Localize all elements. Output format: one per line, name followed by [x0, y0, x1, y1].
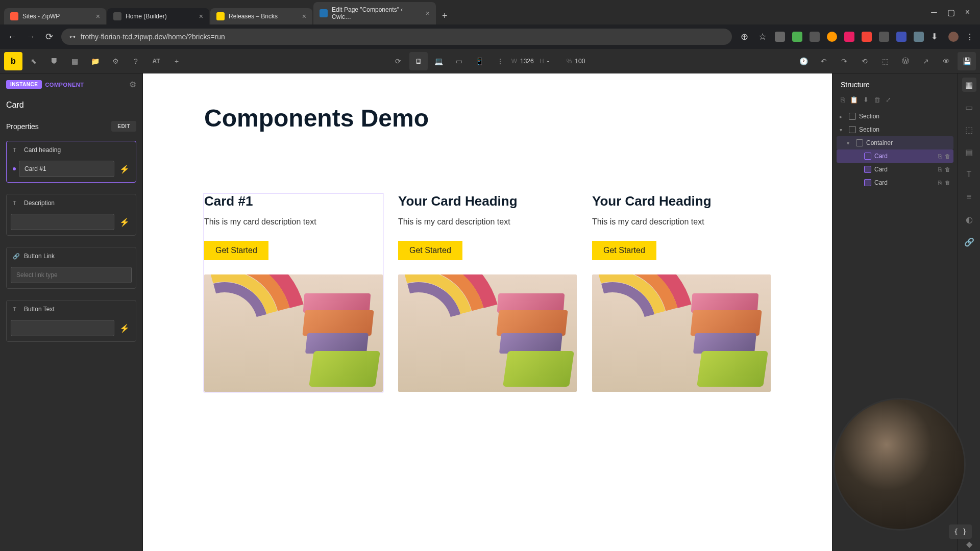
button-text-input[interactable] — [11, 320, 114, 336]
tree-item-section[interactable]: ▾Section — [837, 123, 953, 136]
minimize-icon[interactable]: ─ — [931, 8, 937, 17]
add-icon[interactable]: + — [167, 52, 186, 70]
page-title[interactable]: Components Demo — [204, 104, 771, 132]
duplicate-icon[interactable]: ⎘ — [938, 180, 942, 186]
type-icon[interactable]: T — [962, 167, 976, 182]
card-description[interactable]: This is my card description text — [398, 217, 577, 227]
bookmark-icon[interactable]: ☆ — [756, 31, 769, 42]
tree-item-card[interactable]: Card⎘🗑 — [837, 176, 953, 189]
card-description[interactable]: This is my card description text — [592, 217, 771, 227]
maximize-icon[interactable]: ▢ — [947, 8, 955, 17]
folder-icon[interactable]: 📁 — [86, 52, 104, 70]
download-icon[interactable]: ⬇ — [931, 32, 941, 42]
percent-value[interactable]: 100 — [575, 58, 591, 65]
tablet-landscape-icon[interactable]: ▭ — [450, 52, 469, 70]
wordpress-icon[interactable]: Ⓦ — [896, 52, 915, 70]
more-breakpoints-icon[interactable]: ⋮ — [491, 52, 509, 70]
preview-icon[interactable]: 👁 — [937, 52, 955, 70]
layers-icon[interactable]: ⬚ — [876, 52, 894, 70]
desktop-icon[interactable]: 🖥 — [409, 52, 428, 70]
gear-icon[interactable]: ⚙ — [129, 80, 136, 89]
rail-icon[interactable]: ◐ — [962, 212, 976, 227]
back-icon[interactable]: ← — [6, 32, 18, 42]
revisions-icon[interactable]: 🕐 — [794, 52, 813, 70]
redo-icon[interactable]: ↷ — [835, 52, 853, 70]
browser-tab[interactable]: Sites - ZipWP × — [4, 8, 106, 24]
chevron-right-icon[interactable]: ▸ — [840, 114, 846, 119]
edit-button[interactable]: EDIT — [111, 121, 136, 132]
rail-icon[interactable]: ◆ — [962, 537, 976, 551]
dynamic-data-icon[interactable]: ⚡ — [117, 323, 132, 333]
rail-icon[interactable]: 🔗 — [962, 235, 976, 249]
site-info-icon[interactable]: ⊶ — [69, 33, 76, 40]
code-badge[interactable]: { } — [949, 524, 972, 539]
shield-icon[interactable]: ⛊ — [45, 52, 63, 70]
height-value[interactable]: - — [547, 58, 564, 65]
extension-icon[interactable] — [844, 32, 854, 42]
close-icon[interactable]: × — [96, 12, 100, 20]
history-icon[interactable]: ⟲ — [855, 52, 874, 70]
extension-icon[interactable] — [775, 32, 785, 42]
dynamic-data-icon[interactable]: ⚡ — [117, 164, 132, 174]
extension-icon[interactable] — [879, 32, 889, 42]
refresh-icon[interactable]: ⟳ — [389, 52, 407, 70]
structure-tab-icon[interactable]: ▦ — [962, 78, 976, 92]
settings-icon[interactable]: ⚙ — [106, 52, 125, 70]
external-link-icon[interactable]: ↗ — [917, 52, 935, 70]
browser-tab[interactable]: Releases – Bricks × — [210, 8, 312, 24]
style-tab-icon[interactable]: ▭ — [962, 100, 976, 114]
cards-container[interactable]: Card #1 This is my card description text… — [204, 193, 771, 392]
new-tab-button[interactable]: + — [437, 8, 453, 24]
card-title[interactable]: Your Card Heading — [592, 193, 771, 209]
undo-icon[interactable]: ↶ — [815, 52, 833, 70]
page-canvas[interactable]: Components Demo Card #1 This is my card … — [143, 73, 832, 551]
extension-icon[interactable] — [914, 32, 924, 42]
get-started-button[interactable]: Get Started — [398, 241, 462, 260]
card-component[interactable]: Card #1 This is my card description text… — [204, 193, 383, 392]
expand-icon[interactable]: ⤢ — [886, 96, 891, 104]
card-heading-input[interactable] — [19, 161, 114, 177]
card-image[interactable] — [398, 274, 577, 392]
extension-icon[interactable] — [827, 32, 837, 42]
forward-icon[interactable]: → — [24, 32, 37, 42]
delete-icon[interactable]: 🗑 — [945, 153, 950, 159]
tree-item-section[interactable]: ▸Section — [837, 110, 953, 123]
download-icon[interactable]: ⬇ — [863, 96, 869, 104]
description-input[interactable] — [11, 214, 114, 230]
card-image[interactable] — [592, 274, 771, 392]
pointer-icon[interactable]: ⬉ — [24, 52, 43, 70]
canvas-viewport[interactable]: Components Demo Card #1 This is my card … — [143, 73, 832, 551]
reload-icon[interactable]: ⟳ — [43, 31, 55, 42]
mobile-icon[interactable]: 📱 — [471, 52, 489, 70]
card-title[interactable]: Your Card Heading — [398, 193, 577, 209]
browser-tab[interactable]: Home (Builder) × — [107, 8, 209, 24]
delete-icon[interactable]: 🗑 — [945, 180, 950, 186]
pages-icon[interactable]: ▤ — [65, 52, 84, 70]
profile-avatar[interactable] — [948, 32, 959, 42]
browser-tab[interactable]: Edit Page "Components" ‹ Cwic… × — [313, 2, 436, 24]
card-component[interactable]: Your Card Heading This is my card descri… — [398, 193, 577, 392]
paste-icon[interactable]: 📋 — [850, 96, 858, 104]
close-icon[interactable]: × — [199, 12, 203, 20]
extension-icon[interactable] — [792, 32, 802, 42]
laptop-icon[interactable]: 💻 — [430, 52, 448, 70]
tree-item-card[interactable]: Card⎘🗑 — [837, 163, 953, 176]
help-icon[interactable]: ? — [127, 52, 145, 70]
link-type-select[interactable]: Select link type — [11, 267, 132, 283]
extension-icon[interactable] — [896, 32, 906, 42]
get-started-button[interactable]: Get Started — [204, 241, 268, 260]
tree-item-card[interactable]: Card⎘🗑 — [837, 149, 953, 163]
card-description[interactable]: This is my card description text — [204, 217, 383, 227]
close-window-icon[interactable]: × — [965, 8, 970, 17]
bricks-logo[interactable]: b — [4, 52, 22, 70]
close-icon[interactable]: × — [302, 12, 306, 20]
get-started-button[interactable]: Get Started — [592, 241, 656, 260]
width-value[interactable]: 1326 — [520, 58, 536, 65]
trash-icon[interactable]: 🗑 — [874, 96, 880, 104]
copy-icon[interactable]: ⎘ — [841, 96, 845, 104]
save-icon[interactable]: 💾 — [958, 52, 976, 70]
close-icon[interactable]: × — [426, 9, 430, 17]
rail-icon[interactable]: ≡ — [962, 190, 976, 204]
extension-icon[interactable] — [862, 32, 872, 42]
chevron-down-icon[interactable]: ▾ — [847, 140, 853, 146]
